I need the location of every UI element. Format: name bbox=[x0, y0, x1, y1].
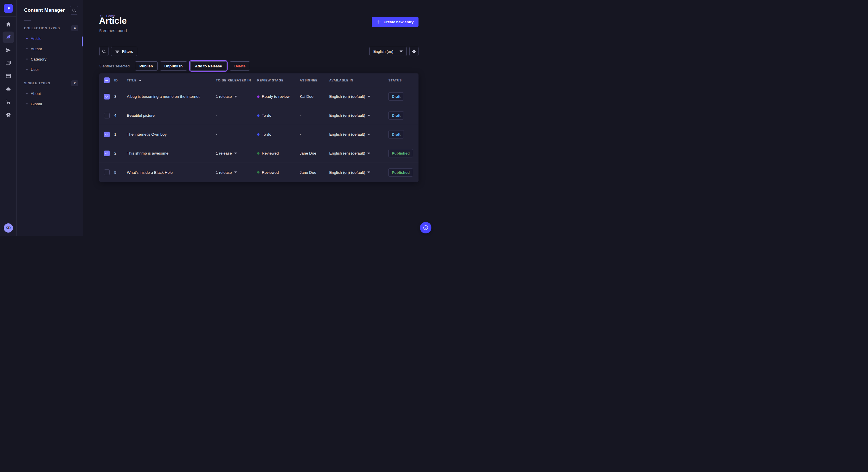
stage-dot-icon bbox=[257, 152, 259, 155]
help-button[interactable]: ? bbox=[420, 222, 431, 233]
chevron-down-icon bbox=[234, 153, 237, 154]
cart-icon[interactable] bbox=[3, 96, 14, 107]
table-row[interactable]: 3 A bug is becoming a meme on the intern… bbox=[99, 87, 418, 106]
cell-release[interactable]: 1 release bbox=[216, 170, 257, 175]
cell-release[interactable]: - bbox=[216, 113, 257, 117]
page-title: Article bbox=[99, 16, 127, 26]
sidebar-item-user[interactable]: User bbox=[17, 64, 83, 74]
single-types-count-badge: 2 bbox=[71, 80, 79, 86]
entries-table: ID TITLE TO BE RELEASED IN REVIEW STAGE … bbox=[99, 73, 418, 182]
row-checkbox[interactable] bbox=[104, 150, 110, 156]
rail-icon-list bbox=[0, 19, 17, 121]
search-button[interactable] bbox=[99, 47, 108, 56]
search-icon bbox=[102, 49, 106, 54]
sidebar-item-author[interactable]: Author bbox=[17, 43, 83, 54]
select-all-checkbox[interactable] bbox=[104, 77, 110, 83]
filter-icon bbox=[115, 49, 119, 53]
locale-select[interactable]: English (en) bbox=[369, 47, 407, 56]
cell-available-in[interactable]: English (en) (default) bbox=[329, 170, 389, 175]
sidebar-item-article[interactable]: Article bbox=[17, 33, 83, 43]
active-item-indicator bbox=[82, 36, 83, 46]
cell-review-stage: Ready to review bbox=[257, 94, 300, 99]
table-row[interactable]: 1 The internet's Own boy - To do - Engli… bbox=[99, 125, 418, 144]
column-header-status[interactable]: STATUS bbox=[389, 78, 418, 82]
cell-available-in[interactable]: English (en) (default) bbox=[329, 151, 389, 156]
settings-icon[interactable] bbox=[3, 109, 14, 121]
cell-available-in[interactable]: English (en) (default) bbox=[329, 94, 389, 99]
table-row[interactable]: 5 What's inside a Black Hole 1 release R… bbox=[99, 163, 418, 182]
unpublish-button[interactable]: Unpublish bbox=[160, 61, 187, 71]
cell-release[interactable]: 1 release bbox=[216, 151, 257, 156]
table-row[interactable]: 2 This shrimp is awesome 1 release Revie… bbox=[99, 144, 418, 163]
single-types-list: About Global bbox=[17, 88, 83, 109]
row-checkbox[interactable] bbox=[104, 113, 110, 119]
rail-footer: KD bbox=[0, 220, 17, 236]
cell-review-stage: Reviewed bbox=[257, 151, 300, 156]
view-settings-button[interactable] bbox=[409, 47, 418, 56]
status-badge: Draft bbox=[389, 130, 404, 138]
publish-button[interactable]: Publish bbox=[135, 61, 158, 71]
table-body: 3 A bug is becoming a meme on the intern… bbox=[99, 87, 418, 182]
row-checkbox[interactable] bbox=[104, 132, 110, 137]
chevron-down-icon bbox=[367, 153, 370, 154]
bullet-icon bbox=[26, 103, 28, 104]
bullet-icon bbox=[26, 69, 28, 70]
stage-dot-icon bbox=[257, 133, 259, 136]
sidebar-item-about[interactable]: About bbox=[17, 88, 83, 99]
column-header-id[interactable]: ID bbox=[114, 78, 127, 82]
sidebar-item-category[interactable]: Category bbox=[17, 54, 83, 64]
cell-title: The internet's Own boy bbox=[127, 132, 216, 136]
row-checkbox[interactable] bbox=[104, 169, 110, 175]
sidebar-search-button[interactable] bbox=[70, 6, 79, 14]
add-to-release-button[interactable]: Add to Release bbox=[190, 61, 226, 71]
cell-available-in[interactable]: English (en) (default) bbox=[329, 132, 389, 136]
bulk-actions-bar: 3 entries selected Publish Unpublish Add… bbox=[99, 61, 250, 71]
selected-count-text: 3 entries selected bbox=[99, 64, 130, 68]
cell-release[interactable]: 1 release bbox=[216, 94, 257, 99]
layout-icon[interactable] bbox=[3, 70, 14, 82]
cell-review-stage: Reviewed bbox=[257, 170, 300, 175]
stage-dot-icon bbox=[257, 171, 259, 173]
filters-button[interactable]: Filters bbox=[111, 47, 137, 56]
status-badge: Draft bbox=[389, 92, 404, 101]
main-nav-rail: KD bbox=[0, 0, 17, 236]
feather-icon[interactable] bbox=[3, 32, 14, 43]
create-new-entry-button[interactable]: Create new entry bbox=[372, 17, 418, 27]
sidebar-divider bbox=[24, 20, 31, 21]
cell-assignee: Jane Doe bbox=[300, 151, 329, 156]
cell-id: 2 bbox=[114, 151, 127, 156]
bullet-icon bbox=[26, 38, 28, 39]
home-icon[interactable] bbox=[3, 19, 14, 30]
cell-assignee: Kai Doe bbox=[300, 94, 329, 99]
strapi-logo-button[interactable] bbox=[0, 0, 17, 16]
stage-dot-icon bbox=[257, 96, 259, 98]
chevron-down-icon bbox=[234, 171, 237, 173]
column-header-review-stage[interactable]: REVIEW STAGE bbox=[257, 78, 300, 82]
collection-types-list: Article Author Category User bbox=[17, 33, 83, 74]
cell-release[interactable]: - bbox=[216, 132, 257, 136]
bullet-icon bbox=[26, 48, 28, 49]
bullet-icon bbox=[26, 59, 28, 60]
entries-count-subtitle: 5 entries found bbox=[99, 28, 127, 33]
user-avatar[interactable]: KD bbox=[4, 224, 13, 233]
chevron-down-icon bbox=[367, 134, 370, 135]
plus-icon bbox=[377, 20, 381, 24]
images-icon[interactable] bbox=[3, 57, 14, 69]
cell-available-in[interactable]: English (en) (default) bbox=[329, 113, 389, 117]
column-header-release[interactable]: TO BE RELEASED IN bbox=[216, 78, 257, 82]
cell-id: 4 bbox=[114, 113, 127, 117]
table-row[interactable]: 4 Beautiful picture - To do - English (e… bbox=[99, 106, 418, 125]
collection-types-label: COLLECTION TYPES bbox=[24, 26, 60, 30]
sidebar-item-global[interactable]: Global bbox=[17, 99, 83, 109]
paper-plane-icon[interactable] bbox=[3, 44, 14, 56]
row-checkbox[interactable] bbox=[104, 94, 110, 100]
status-badge: Published bbox=[389, 168, 413, 177]
delete-button[interactable]: Delete bbox=[229, 61, 250, 71]
cloud-icon[interactable] bbox=[3, 83, 14, 95]
column-header-available-in[interactable]: AVAILABLE IN bbox=[329, 78, 389, 82]
list-toolbar: Filters English (en) bbox=[99, 47, 418, 56]
cell-id: 5 bbox=[114, 170, 127, 175]
column-header-assignee[interactable]: ASSIGNEE bbox=[300, 78, 329, 82]
column-header-title[interactable]: TITLE bbox=[127, 78, 216, 82]
status-badge: Published bbox=[389, 149, 413, 158]
